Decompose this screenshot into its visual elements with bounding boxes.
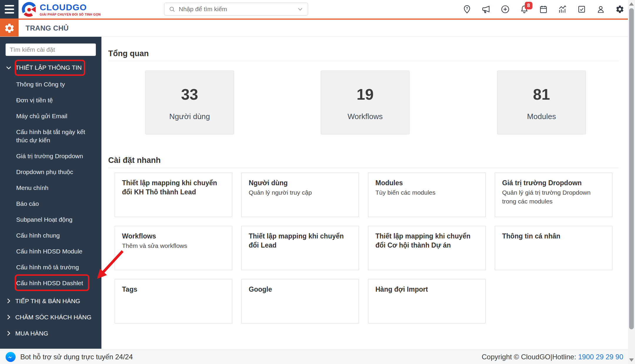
- quick-card[interactable]: Người dùngQuản lý người truy cập: [241, 173, 359, 217]
- quick-settings-title: Cài đặt nhanh: [108, 155, 619, 165]
- page-title: TRANG CHỦ: [19, 20, 69, 36]
- chevron-right-icon: [6, 314, 11, 320]
- support-bot-launcher[interactable]: Bot hỗ trợ sử dụng trực tuyến 24/24: [5, 352, 133, 362]
- hamburger-menu-button[interactable]: [0, 0, 19, 19]
- quick-settings-divider: [108, 168, 619, 168]
- analytics-button[interactable]: [558, 5, 567, 14]
- scrollbar-down-arrow[interactable]: [629, 358, 634, 362]
- copyright-area: Copyright © CloudGO|Hotline: 1900 29 29 …: [482, 353, 623, 361]
- page-main: Tổng quan 33Người dùng19Workflows81Modul…: [101, 37, 635, 350]
- chevron-down-icon: [6, 65, 11, 71]
- megaphone-icon: [482, 5, 491, 14]
- cloudgo-logo[interactable]: CLOUDGO GIẢI PHÁP CHUYỂN ĐỔI SỐ TINH GỌN: [21, 1, 101, 17]
- global-search-input[interactable]: [179, 6, 297, 13]
- stat-card: 33Người dùng: [145, 71, 234, 134]
- sidebar-section-label: MUA HÀNG: [15, 330, 48, 337]
- sidebar-item[interactable]: Cấu hình HDSD Dashlet: [0, 275, 101, 291]
- quick-add-button[interactable]: [500, 5, 510, 14]
- sidebar-section-label: THIẾT LẬP THÔNG TIN: [15, 64, 82, 71]
- settings-button[interactable]: [615, 5, 624, 14]
- sidebar-section-label: TIẾP THỊ & BÁN HÀNG: [15, 298, 80, 305]
- notification-badge: 8: [525, 2, 532, 9]
- sidebar-item[interactable]: Báo cáo: [0, 196, 101, 212]
- page-scrollbar[interactable]: [628, 0, 635, 364]
- quick-card[interactable]: Thiết lập mapping khi chuyển đổi KH Thô …: [115, 173, 232, 217]
- sidebar-item[interactable]: Giá trị trường Dropdown: [0, 148, 101, 164]
- settings-module-icon-box[interactable]: [0, 20, 19, 36]
- sidebar-section[interactable]: CHĂM SÓC KHÁCH HÀNG: [0, 309, 101, 325]
- gear-icon: [615, 5, 624, 14]
- quick-card-title: Thông tin cá nhân: [502, 232, 605, 241]
- quick-card-title: Giá trị trường Dropdown: [502, 178, 605, 188]
- quick-card[interactable]: Hàng đợi Import: [368, 279, 486, 323]
- quick-card-subtitle: Thêm và sửa workflows: [122, 241, 225, 250]
- copyright-text: Copyright © CloudGO: [482, 353, 550, 361]
- quick-card[interactable]: Giá trị trường DropdownQuản lý giá trị t…: [495, 173, 612, 217]
- logo-mark-icon: [21, 1, 37, 17]
- quick-card-title: Thiết lập mapping khi chuyển đổi KH Thô …: [122, 178, 225, 197]
- sidebar-item[interactable]: Thông tin Công ty: [0, 76, 101, 92]
- stat-value: 81: [497, 86, 586, 103]
- quick-card-title: Workflows: [122, 232, 225, 241]
- stat-value: 19: [321, 86, 409, 103]
- sidebar-item-list: Thông tin Công tyĐơn vị tiền tệMáy chủ g…: [0, 76, 101, 291]
- brand-text: CLOUDGO: [40, 3, 101, 12]
- hamburger-icon: [5, 5, 14, 6]
- sidebar-item[interactable]: Dropdown phụ thuộc: [0, 164, 101, 180]
- brand-tagline: GIẢI PHÁP CHUYỂN ĐỔI SỐ TINH GỌN: [40, 13, 101, 16]
- quick-card[interactable]: Google: [241, 279, 359, 323]
- svg-text:?: ?: [466, 6, 468, 11]
- overview-stats-row: 33Người dùng19Workflows81Modules: [101, 71, 635, 134]
- sidebar-item[interactable]: Cấu hình mô tả trường: [0, 259, 101, 275]
- quick-card-title: Thiết lập mapping khi chuyển đổi Lead: [249, 232, 352, 250]
- quick-card[interactable]: WorkflowsThêm và sửa workflows: [115, 226, 232, 270]
- quick-card[interactable]: Tags: [115, 279, 232, 323]
- sidebar-collapsed-sections: TIẾP THỊ & BÁN HÀNGCHĂM SÓC KHÁCH HÀNGMU…: [0, 293, 101, 341]
- sidebar-item[interactable]: Máy chủ gửi Email: [0, 108, 101, 124]
- scrollbar-up-arrow[interactable]: [629, 2, 634, 6]
- footer-bar: Bot hỗ trợ sử dụng trực tuyến 24/24 Copy…: [0, 350, 635, 364]
- stat-label: Modules: [497, 112, 586, 121]
- hotline-link[interactable]: 1900 29 29 90: [578, 353, 623, 361]
- search-dropdown-chevron-icon[interactable]: [297, 6, 303, 12]
- quick-card[interactable]: ModulesTùy biến các modules: [368, 173, 486, 217]
- calendar-button[interactable]: [539, 5, 548, 14]
- sidebar-item[interactable]: Menu chính: [0, 180, 101, 196]
- notifications-button[interactable]: 8: [519, 5, 529, 14]
- sidebar-item[interactable]: Subpanel Hoạt động: [0, 212, 101, 228]
- scrollbar-thumb[interactable]: [629, 8, 634, 329]
- sidebar-item[interactable]: Đơn vị tiền tệ: [0, 92, 101, 108]
- stat-card: 19Workflows: [321, 71, 410, 134]
- sidebar-section[interactable]: MUA HÀNG: [0, 325, 101, 341]
- quick-settings-grid: Thiết lập mapping khi chuyển đổi KH Thô …: [115, 173, 635, 323]
- page: CLOUDGO GIẢI PHÁP CHUYỂN ĐỔI SỐ TINH GỌN…: [0, 0, 635, 364]
- plus-circle-icon: [501, 5, 510, 14]
- sidebar-search-input[interactable]: [6, 44, 96, 56]
- announcements-button[interactable]: [481, 5, 491, 14]
- sidebar-item[interactable]: Cấu hình bật tắt ngày kết thúc dự kiến: [0, 124, 101, 148]
- map-pin-question-icon: ?: [462, 5, 472, 14]
- overview-title: Tổng quan: [108, 49, 619, 59]
- quick-card[interactable]: Thiết lập mapping khi chuyển đổi Lead: [241, 226, 359, 270]
- gear-icon: [4, 23, 15, 34]
- location-help-button[interactable]: ?: [462, 5, 472, 14]
- module-bar: TRANG CHỦ: [0, 20, 635, 37]
- sidebar-section[interactable]: TIẾP THỊ & BÁN HÀNG: [0, 293, 101, 309]
- search-icon: [169, 6, 175, 12]
- sidebar-item[interactable]: Cấu hình HDSD Module: [0, 243, 101, 259]
- settings-sidebar: THIẾT LẬP THÔNG TIN Thông tin Công tyĐơn…: [0, 37, 101, 349]
- profile-button[interactable]: [596, 5, 605, 14]
- quick-card-title: Tags: [122, 285, 225, 294]
- stat-label: Workflows: [321, 112, 409, 121]
- sidebar-section-thiet-lap-thong-tin[interactable]: THIẾT LẬP THÔNG TIN: [0, 61, 101, 75]
- quick-card[interactable]: Thiết lập mapping khi chuyển đổi Cơ hội …: [368, 226, 486, 270]
- hotline-label: Hotline:: [552, 353, 578, 361]
- quick-card[interactable]: Thông tin cá nhân: [495, 226, 612, 270]
- tasks-button[interactable]: [577, 5, 586, 14]
- chevron-right-icon: [6, 298, 11, 304]
- sidebar-item[interactable]: Cấu hình chung: [0, 228, 101, 243]
- quick-card-subtitle: Quản lý người truy cập: [249, 188, 352, 197]
- quick-card-subtitle: Tùy biến các modules: [375, 188, 478, 197]
- quick-card-title: Thiết lập mapping khi chuyển đổi Cơ hội …: [375, 232, 478, 250]
- chevron-right-icon: [6, 330, 11, 336]
